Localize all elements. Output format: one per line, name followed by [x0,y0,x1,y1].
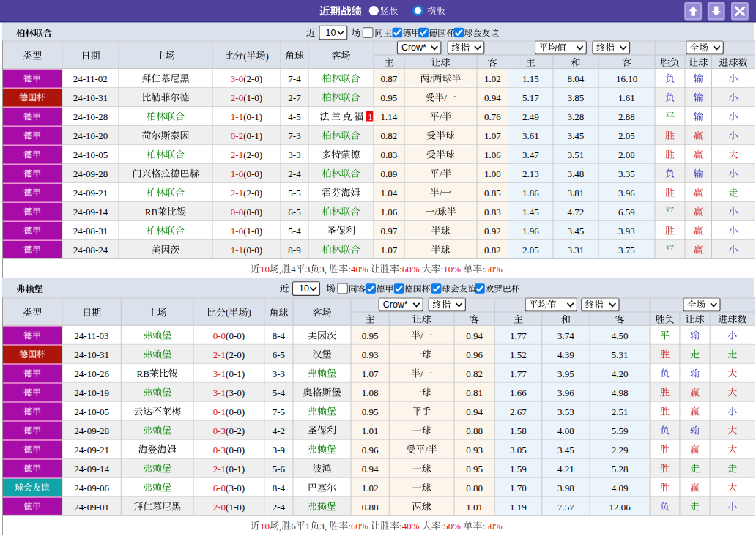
svg-text:0.81: 0.81 [466,387,483,398]
svg-text:8-4: 8-4 [273,483,286,494]
svg-text:24-09-28: 24-09-28 [74,425,109,436]
svg-text:24-09-21: 24-09-21 [74,444,109,455]
svg-text:3.51: 3.51 [568,149,585,160]
svg-text:60%: 60% [402,264,422,275]
svg-text:1-1: 1-1 [231,111,243,122]
svg-text:24-10-19: 24-10-19 [74,387,109,398]
svg-text:50%: 50% [485,521,503,532]
svg-text:1.14: 1.14 [381,111,398,122]
svg-text:3.05: 3.05 [510,444,527,455]
svg-text:6.59: 6.59 [618,206,635,217]
svg-text:0.95: 0.95 [362,406,379,417]
svg-text:0.82: 0.82 [466,368,483,379]
svg-text:5-4: 5-4 [273,387,286,398]
svg-text:1.01: 1.01 [362,425,379,436]
svg-text:4.21: 4.21 [557,464,574,474]
svg-text:/: / [420,368,423,379]
svg-text:RB: RB [136,368,149,379]
svg-text:2.67: 2.67 [510,406,527,417]
svg-text:1.06: 1.06 [381,206,398,217]
svg-text:3.98: 3.98 [557,483,574,494]
svg-text:(3-0): (3-0) [226,387,245,398]
svg-text:Crow*: Crow* [383,299,408,310]
svg-text:5.59: 5.59 [612,425,629,436]
svg-text:24-09-14: 24-09-14 [74,464,109,474]
svg-text:10: 10 [326,28,336,38]
svg-text:(1-0): (1-0) [243,226,262,237]
svg-text:2.05: 2.05 [618,130,635,141]
svg-text:4.08: 4.08 [557,425,574,436]
svg-text:2.13: 2.13 [522,168,539,179]
svg-text:0-0: 0-0 [231,206,243,217]
svg-text:(3-0): (3-0) [226,483,245,494]
svg-text:0.94: 0.94 [362,464,379,474]
svg-text:1.77: 1.77 [510,330,527,341]
svg-text:8-4: 8-4 [273,330,286,341]
svg-text:4.50: 4.50 [612,330,629,341]
svg-text:0.95: 0.95 [466,464,483,474]
svg-text:0.85: 0.85 [484,187,501,198]
svg-text:0.95: 0.95 [381,92,398,103]
svg-text:24-11-02: 24-11-02 [73,73,108,84]
svg-text:5.28: 5.28 [612,464,629,474]
svg-text:3-1: 3-1 [213,368,226,379]
svg-text:(2-0): (2-0) [243,73,262,84]
svg-text:(: ( [226,307,229,318]
svg-text:24-10-28: 24-10-28 [73,111,108,122]
svg-text:7-5: 7-5 [273,406,285,417]
svg-text:5.17: 5.17 [522,92,539,103]
svg-text:10: 10 [299,283,309,294]
svg-text:3.95: 3.95 [557,368,574,379]
svg-text:1.02: 1.02 [362,483,379,494]
svg-text:1.59: 1.59 [510,464,527,474]
svg-text:2-1: 2-1 [213,349,226,360]
svg-text:6-0: 6-0 [213,483,226,494]
svg-text:(0-0): (0-0) [243,206,262,217]
svg-text:7-4: 7-4 [288,73,301,84]
svg-text:4.72: 4.72 [568,206,585,217]
svg-text:5-5: 5-5 [288,187,300,198]
svg-text:2-0: 2-0 [231,92,243,103]
svg-text:0.93: 0.93 [362,349,379,360]
svg-text:0.82: 0.82 [381,130,398,141]
svg-text:3.75: 3.75 [618,245,635,256]
svg-text:4: 4 [291,264,296,275]
svg-text:RB: RB [145,206,158,217]
svg-text:1.70: 1.70 [510,483,527,494]
svg-text:0-0: 0-0 [213,330,226,341]
svg-text:0.96: 0.96 [362,444,379,455]
svg-text:1.52: 1.52 [510,349,527,360]
svg-text:1.07: 1.07 [381,245,398,256]
svg-text:1: 1 [368,112,372,122]
svg-text:1.00: 1.00 [484,168,501,179]
svg-text:(0-0): (0-0) [243,245,262,256]
svg-text:3-3: 3-3 [273,368,285,379]
svg-text:3.53: 3.53 [557,406,574,417]
svg-text:12.06: 12.06 [609,502,631,513]
svg-text:(2-0): (2-0) [243,187,262,198]
svg-text:24-11-03: 24-11-03 [74,330,108,341]
svg-text:8-9: 8-9 [288,245,300,256]
svg-text:(1-0): (1-0) [226,502,245,513]
svg-text:2.05: 2.05 [522,245,539,256]
svg-text:0.94: 0.94 [466,330,483,341]
svg-text:,: , [279,264,281,275]
svg-text:0.83: 0.83 [484,206,501,217]
svg-text:2.49: 2.49 [522,111,539,122]
svg-text:24-10-26: 24-10-26 [74,368,109,379]
svg-text:0.93: 0.93 [466,444,483,455]
svg-text:3-9: 3-9 [273,444,285,455]
svg-text:1-0: 1-0 [231,168,243,179]
svg-text:10: 10 [260,264,270,275]
svg-text:0-2: 0-2 [231,130,243,141]
svg-text:3-0: 3-0 [231,73,243,84]
svg-text:0.92: 0.92 [484,226,501,237]
svg-text:(0-0): (0-0) [226,406,245,417]
svg-text:4.98: 4.98 [612,387,629,398]
svg-text:3-1: 3-1 [213,387,226,398]
svg-text:Crow*: Crow* [401,42,426,53]
svg-text:1.02: 1.02 [484,73,501,84]
svg-text:1.01: 1.01 [466,502,483,513]
svg-text:(0-1): (0-1) [226,368,245,379]
svg-text:4.09: 4.09 [612,483,629,494]
